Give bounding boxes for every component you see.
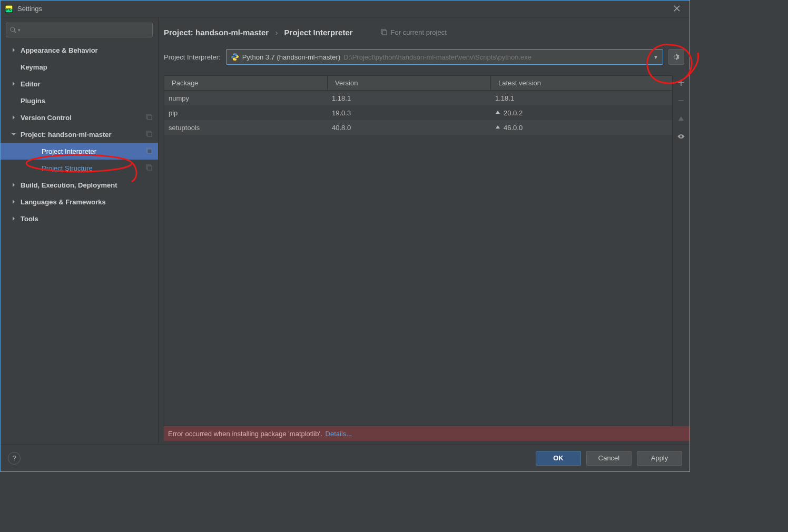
apply-button[interactable]: Apply [637, 451, 682, 466]
sidebar-item[interactable]: Version Control [1, 109, 158, 126]
sidebar-item-label: Languages & Frameworks [21, 198, 158, 206]
upgrade-available-icon [495, 110, 500, 115]
sidebar-item[interactable]: Keymap [1, 58, 158, 75]
sidebar-item[interactable]: Appearance & Behavior [1, 42, 158, 58]
svg-point-17 [235, 59, 236, 60]
close-button[interactable] [668, 5, 685, 13]
sidebar-item[interactable]: Languages & Frameworks [1, 193, 158, 210]
show-early-releases-button[interactable] [676, 131, 686, 142]
cell-version: 1.18.1 [328, 94, 491, 102]
sidebar-item-label: Project: handson-ml-master [21, 131, 158, 139]
packages-table: Package Version Latest version numpy1.18… [164, 75, 673, 426]
scope-badge: For current project [380, 28, 447, 36]
remove-package-button[interactable] [676, 95, 686, 106]
interpreter-select[interactable]: Python 3.7 (handson-ml-master) D:\Projec… [226, 49, 663, 65]
main-panel: Project: handson-ml-master › Project Int… [159, 17, 690, 444]
titlebar: PC Settings [1, 1, 690, 17]
col-version[interactable]: Version [328, 76, 491, 90]
search-input[interactable]: ▾ [6, 23, 153, 37]
table-row[interactable]: setuptools40.8.046.0.0 [164, 120, 672, 135]
interpreter-row: Project Interpreter: Python 3.7 (handson… [159, 40, 690, 65]
cell-version: 19.0.3 [328, 109, 491, 117]
chevron-right-icon [11, 216, 16, 221]
interpreter-path: D:\Project\python\handson-ml-master\venv… [343, 53, 647, 61]
table-row[interactable]: pip19.0.320.0.2 [164, 105, 672, 120]
sidebar-item-label: Plugins [21, 97, 158, 105]
table-header: Package Version Latest version [164, 76, 672, 91]
error-details-link[interactable]: Details... [326, 430, 352, 438]
sidebar-item-label: Appearance & Behavior [21, 46, 158, 54]
minus-icon [677, 97, 685, 104]
copy-icon [145, 147, 153, 156]
sidebar-item[interactable]: Build, Execution, Deployment [1, 176, 158, 193]
dialog-footer: ? OK Cancel Apply [1, 444, 690, 471]
copy-icon [380, 28, 388, 36]
gear-icon [672, 53, 681, 61]
error-text: Error occurred when installing package '… [168, 430, 322, 438]
sidebar-item[interactable]: Project Interpreter [1, 143, 158, 160]
upgrade-available-icon [495, 125, 500, 130]
settings-sidebar: ▾ Appearance & BehaviorKeymapEditorPlugi… [1, 17, 159, 444]
sidebar-item-label: Project Structure [42, 164, 158, 172]
svg-rect-15 [382, 31, 387, 35]
interpreter-name: Python 3.7 (handson-ml-master) [242, 53, 340, 61]
python-icon [231, 53, 239, 61]
cell-latest: 1.18.1 [491, 94, 672, 102]
copy-icon [145, 113, 153, 122]
cell-package: numpy [164, 94, 328, 102]
sidebar-item-label: Build, Execution, Deployment [21, 181, 158, 189]
triangle-up-icon [677, 115, 685, 122]
error-bar: Error occurred when installing package '… [164, 426, 690, 441]
help-button[interactable]: ? [8, 452, 21, 465]
copy-icon [145, 164, 153, 173]
chevron-down-icon [11, 132, 16, 137]
breadcrumb-row: Project: handson-ml-master › Project Int… [159, 17, 690, 40]
breadcrumb: Project: handson-ml-master › Project Int… [164, 28, 353, 37]
upgrade-package-button[interactable] [676, 113, 686, 124]
chevron-right-icon [11, 81, 16, 86]
ok-button[interactable]: OK [536, 451, 581, 466]
breadcrumb-seg2: Project Interpreter [284, 28, 353, 37]
table-toolbar [673, 75, 690, 426]
sidebar-item-label: Tools [21, 215, 158, 223]
sidebar-item-label: Keymap [21, 63, 158, 71]
cell-version: 40.8.0 [328, 124, 491, 132]
col-package[interactable]: Package [164, 76, 328, 90]
chevron-right-icon [11, 182, 16, 188]
svg-text:PC: PC [6, 7, 12, 11]
cell-latest: 20.0.2 [491, 109, 672, 117]
sidebar-item[interactable]: Project: handson-ml-master [1, 126, 158, 143]
chevron-down-icon: ▼ [653, 54, 658, 60]
svg-point-4 [11, 27, 15, 32]
svg-line-5 [14, 31, 16, 33]
settings-window: PC Settings ▾ Appearance & BehaviorKeyma… [0, 0, 690, 472]
col-latest[interactable]: Latest version [491, 76, 672, 90]
copy-icon [145, 130, 153, 139]
chevron-right-icon [11, 115, 16, 120]
plus-icon [677, 79, 685, 86]
svg-rect-9 [147, 132, 152, 136]
sidebar-item[interactable]: Editor [1, 75, 158, 92]
search-dropdown-icon: ▾ [18, 27, 21, 33]
cell-package: setuptools [164, 124, 328, 132]
add-package-button[interactable] [676, 77, 686, 88]
sidebar-item[interactable]: Plugins [1, 92, 158, 109]
breadcrumb-seg1: Project: handson-ml-master [164, 28, 269, 37]
settings-tree: Appearance & BehaviorKeymapEditorPlugins… [1, 42, 158, 444]
sidebar-item[interactable]: Project Structure [1, 160, 158, 176]
sidebar-item[interactable]: Tools [1, 210, 158, 227]
svg-rect-7 [147, 115, 152, 120]
svg-point-16 [233, 54, 234, 54]
sidebar-item-label: Project Interpreter [42, 147, 158, 155]
cancel-button[interactable]: Cancel [586, 451, 632, 466]
eye-icon [677, 132, 685, 141]
svg-rect-13 [147, 166, 152, 170]
scope-text: For current project [391, 28, 447, 36]
cell-latest: 46.0.0 [491, 124, 672, 132]
interpreter-settings-button[interactable] [668, 49, 684, 65]
breadcrumb-separator-icon: › [275, 28, 278, 37]
table-body: numpy1.18.11.18.1pip19.0.320.0.2setuptoo… [164, 91, 672, 426]
sidebar-item-label: Editor [21, 80, 158, 88]
search-icon [9, 26, 17, 34]
table-row[interactable]: numpy1.18.11.18.1 [164, 91, 672, 105]
